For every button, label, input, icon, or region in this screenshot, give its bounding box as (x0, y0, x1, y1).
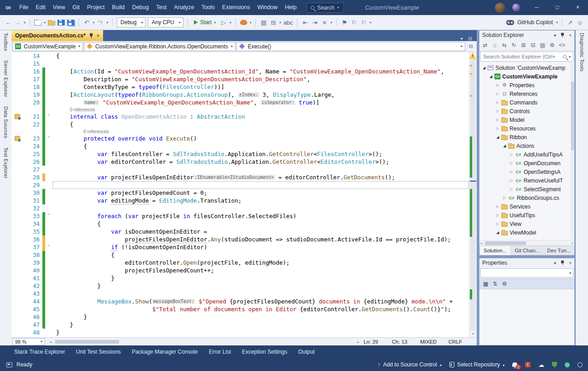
bottom-tab-unit-test-sessions[interactable]: Unit Test Sessions (72, 345, 125, 358)
notifications-bell[interactable]: 2 (512, 362, 517, 367)
glyph-margin[interactable] (11, 274, 23, 282)
code-line-text[interactable]: foreach (var projectFile in filesControl… (52, 212, 469, 220)
panel-tab-dev-tun[interactable]: Dev Tun... (543, 246, 574, 255)
code-line-text[interactable] (52, 204, 469, 212)
code-line-text[interactable]: [ActionLayout(typeof(RibbonGroups.Action… (52, 91, 469, 99)
pin-icon[interactable] (560, 32, 565, 38)
glyph-margin[interactable] (11, 106, 23, 113)
comment-caret-icon[interactable]: ▾ (330, 21, 332, 25)
tree-item-ribbon[interactable]: ◢Ribbon (479, 133, 574, 141)
glyph-margin[interactable] (11, 135, 23, 142)
properties-icon[interactable]: ⚙ (549, 42, 555, 48)
glyph-margin[interactable] (11, 266, 23, 274)
glyph-margin[interactable] (11, 189, 23, 197)
properties-object-dropdown[interactable]: ▾ (480, 268, 573, 277)
outlining-collapse-icon[interactable]: ˅ (45, 113, 52, 120)
expander-icon[interactable]: ▷ (509, 187, 514, 191)
tree-item-actions[interactable]: ◢Actions (479, 141, 574, 150)
tool-tab-toolbox[interactable]: Toolbox (3, 33, 9, 51)
tree-item-controls[interactable]: ▷Controls (479, 107, 574, 115)
search-options-caret-icon[interactable]: ▾ (569, 55, 571, 59)
warning-icon[interactable] (469, 52, 476, 59)
trust-status-icon[interactable] (552, 362, 557, 367)
menu-view[interactable]: View (49, 0, 69, 15)
sync-with-active-document-icon[interactable]: ⇆ (501, 42, 507, 48)
select-repository-button[interactable]: Select Repository▴ (449, 361, 505, 368)
code-line-text[interactable]: if (!isDocumentOpenInEditor) (52, 243, 469, 251)
tool-tab-diagnostic-tools[interactable]: Diagnostic Tools (579, 33, 585, 72)
tree-item-removeusefult[interactable]: ▷C#RemoveUsefulT (479, 176, 574, 185)
start-debugging-button[interactable]: Start▾ (192, 19, 218, 26)
expander-icon[interactable]: ▷ (502, 196, 507, 200)
code-line-text[interactable] (52, 181, 469, 189)
tree-item-selectsegment[interactable]: ▷C#SelectSegment (479, 185, 574, 193)
bottom-tab-package-manager-console[interactable]: Package Manager Console (128, 345, 202, 358)
glyph-margin[interactable] (11, 235, 23, 243)
close-tab-icon[interactable]: × (97, 33, 99, 38)
code-line-text[interactable]: var projectFilesOpenedCount = 0; (52, 189, 469, 197)
toggle-bookmark-icon[interactable]: ⚑ (341, 18, 348, 26)
expander-icon[interactable]: ▷ (495, 126, 500, 131)
glyph-margin[interactable] (11, 305, 23, 313)
categorized-icon[interactable]: ▦ (483, 281, 488, 287)
expander-icon[interactable]: ▷ (495, 100, 500, 105)
menu-test[interactable]: Test (152, 0, 170, 15)
glyph-margin[interactable] (11, 75, 23, 83)
code-line-text[interactable] (52, 60, 469, 68)
code-line-text[interactable]: { (52, 251, 469, 259)
indent-increase-icon[interactable]: ⇥ (311, 18, 318, 26)
glyph-margin[interactable] (11, 220, 23, 228)
scroll-left-icon[interactable]: ◂ (50, 340, 52, 344)
scroll-right-icon[interactable]: ▸ (357, 340, 359, 344)
glyph-margin[interactable] (11, 336, 23, 337)
scrollbar-thumb[interactable] (55, 340, 119, 344)
find-in-files-icon[interactable]: ▤ (260, 18, 267, 26)
property-pages-icon[interactable]: ⚙ (502, 281, 507, 287)
expander-icon[interactable]: ▷ (495, 204, 500, 209)
glyph-margin[interactable] (11, 68, 23, 75)
glyph-margin[interactable] (11, 120, 23, 128)
forward-arrow-icon[interactable]: → (14, 18, 21, 26)
scroll-right-icon[interactable]: ▸ (572, 241, 573, 245)
tree-horizontal-scrollbar[interactable]: ◂ ▸ (479, 240, 574, 246)
feedback-smiley-icon[interactable] (578, 362, 583, 367)
next-bookmark-icon[interactable]: ⚐ (350, 18, 358, 26)
nest-files-icon[interactable]: ⊞ (520, 42, 526, 48)
panel-tab-solution[interactable]: Solution... (479, 246, 511, 255)
tree-item-resources[interactable]: ▷Resources (479, 124, 574, 133)
pin-tab-icon[interactable] (89, 33, 94, 38)
glyph-margin[interactable] (11, 204, 23, 212)
glyph-margin[interactable] (11, 173, 23, 181)
codelens-references[interactable]: 0 references (83, 129, 109, 135)
undo-icon[interactable]: ↶ (83, 18, 90, 26)
account-globe-icon[interactable] (512, 4, 520, 11)
alphabetical-icon[interactable]: ⇅ (493, 281, 497, 287)
tab-options-icon[interactable]: ⊟ (468, 36, 472, 41)
hot-reload-icon[interactable] (240, 20, 247, 25)
outlining-collapse-icon[interactable]: ˅ (45, 243, 52, 251)
start-without-debugging-icon[interactable]: ▷ (220, 18, 227, 26)
tree-item-view[interactable]: ▷View (479, 219, 574, 228)
tool-tab-test-explorer[interactable]: Test Explorer (3, 147, 9, 178)
glyph-margin[interactable] (11, 228, 23, 235)
glyph-margin[interactable] (11, 290, 23, 298)
tree-item-addusefultipsa[interactable]: ▷C#AddUsefulTipsA (479, 150, 574, 159)
code-line-text[interactable]: 0 references (52, 128, 469, 135)
error-list-icon[interactable]: ! (525, 362, 531, 367)
zoom-control[interactable]: 98 % ▾ (12, 338, 45, 345)
save-icon[interactable] (57, 20, 65, 26)
project-dropdown[interactable]: C#CustomViewExample▾ (12, 42, 83, 51)
bookmarks-caret-icon[interactable]: ▾ (369, 21, 371, 25)
expander-icon[interactable]: ▷ (495, 83, 500, 87)
tool-tab-server-explorer[interactable]: Server Explorer (3, 60, 9, 97)
collapse-all-icon[interactable]: ⊟ (530, 42, 536, 48)
solution-search-box[interactable]: Search Solution Explorer (Ctrl+ ▾ (480, 52, 573, 62)
menu-tools[interactable]: Tools (198, 0, 219, 15)
editor-vertical-scrollbar[interactable]: ▲ ▼ (469, 52, 477, 337)
live-share-icon[interactable]: ↗ (567, 18, 574, 26)
user-avatar[interactable] (495, 3, 505, 13)
tree-item-usefultips[interactable]: ▷UsefulTips (479, 211, 574, 219)
copilot-status-icon[interactable] (565, 362, 570, 367)
bottom-tab-stack-trace-explorer[interactable]: Stack Trace Explorer (10, 345, 69, 358)
maximize-button[interactable]: □ (547, 0, 567, 15)
